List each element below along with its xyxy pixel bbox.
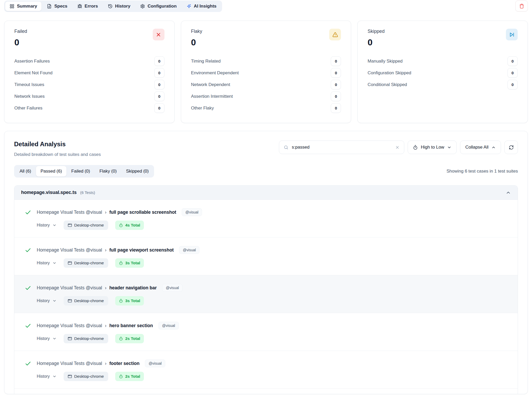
check-icon [25,285,31,291]
tab-label: Summary [17,4,37,9]
filter-passed[interactable]: Passed (6) [36,166,66,176]
duration-badge: 3s Total [115,296,144,306]
history-dropdown[interactable]: History [37,374,57,379]
stat-count-badge: 0 [507,56,518,66]
stat-count-badge: 0 [331,68,341,78]
stat-row: Assertion Intermittent0 [191,90,341,102]
results-summary-text: Showing 6 test cases in 1 test suites [447,169,518,174]
sort-dropdown[interactable]: High to Low [408,141,457,154]
trash-icon [519,4,524,9]
chevron-up-icon[interactable] [506,190,511,195]
test-suite-prefix: Homepage Visual Tests @visual [37,323,102,328]
card-count: 0 [368,37,384,47]
stat-label: Configuration Skipped [368,70,411,76]
bug-icon [77,4,82,9]
suite-test-count: (6 Tests) [80,190,95,195]
tab-ai-insights[interactable]: AI Insights [182,2,221,11]
check-icon [25,322,31,329]
test-case-row[interactable]: Homepage Visual Tests @visual › header n… [14,275,518,313]
history-label: History [37,261,50,265]
stat-label: Assertion Failures [14,59,50,64]
chevron-down-icon [52,299,57,303]
history-label: History [37,374,50,379]
search-icon [284,145,289,150]
flaky-card: Flaky 0 Timing Related0 Environment Depe… [181,21,351,123]
timer-icon [413,145,418,150]
card-count: 0 [191,37,202,47]
stat-row: Timing Related0 [191,55,341,67]
collapse-all-button[interactable]: Collapse All [460,141,501,154]
test-suite-prefix: Homepage Visual Tests @visual [37,210,102,215]
stat-row: Manually Skipped0 [368,55,518,67]
browser-badge: Desktop-chrome [64,334,108,343]
tab-specs[interactable]: Specs [42,2,72,11]
duration-badge: 4s Total [115,221,144,230]
gear-icon [140,4,145,9]
file-icon [47,4,52,9]
filter-all[interactable]: All (6) [15,166,35,176]
stat-label: Other Failures [14,106,42,111]
clear-search-icon[interactable] [395,145,400,150]
history-dropdown[interactable]: History [37,223,57,228]
test-case-row[interactable]: Homepage Visual Tests @visual › full pag… [14,200,518,237]
history-dropdown[interactable]: History [37,261,57,265]
stat-row: Network Dependent0 [191,79,341,90]
duration-badge: 2s Total [115,372,144,381]
sort-label: High to Low [421,145,444,150]
refresh-button[interactable] [504,141,518,154]
test-case-row[interactable]: Homepage Visual Tests @visual › hero ban… [14,313,518,351]
test-name: hero banner section [109,323,153,328]
chevron-down-icon [52,261,57,265]
detailed-analysis-panel: Detailed Analysis Detailed breakdown of … [4,131,528,394]
check-icon [25,247,31,253]
card-title: Failed [14,29,27,34]
grid-icon [10,4,14,9]
breadcrumb-separator: › [105,323,107,328]
tab-summary[interactable]: Summary [5,2,41,11]
stat-label: Timing Related [191,59,221,64]
stat-count-badge: 0 [331,103,341,113]
stat-count-badge: 0 [154,80,164,89]
filter-flaky[interactable]: Flaky (0) [95,166,121,176]
card-title: Flaky [191,29,202,34]
card-title: Skipped [368,29,384,34]
browser-window-icon [68,299,72,303]
test-case-row[interactable]: Homepage Visual Tests @visual › featured… [14,388,518,394]
tag-badge: @visual [158,322,179,329]
stat-row: Network Issues0 [14,90,164,102]
delete-report-button[interactable] [515,1,528,11]
warning-triangle-icon [329,29,341,40]
stat-row: Timeout Issues0 [14,79,164,90]
test-case-row[interactable]: Homepage Visual Tests @visual › full pag… [14,237,518,275]
stat-row: Element Not Found0 [14,67,164,79]
browser-window-icon [68,261,72,265]
timer-icon [119,223,123,227]
x-icon [153,29,164,40]
tab-errors[interactable]: Errors [73,2,102,11]
test-case-row[interactable]: Homepage Visual Tests @visual › footer s… [14,351,518,388]
tab-history[interactable]: History [103,2,135,11]
skipped-card: Skipped 0 Manually Skipped0 Configuratio… [357,21,528,123]
tag-badge: @visual [182,208,202,216]
analysis-controls: High to Low Collapse All [279,141,518,154]
filter-failed[interactable]: Failed (0) [67,166,95,176]
browser-window-icon [68,374,72,378]
chevron-down-icon [52,337,57,341]
history-dropdown[interactable]: History [37,336,57,341]
search-input[interactable] [292,145,392,150]
stat-row: Environment Dependent0 [191,67,341,79]
stat-row: Configuration Skipped0 [368,67,518,79]
stat-count-badge: 0 [331,91,341,101]
sparkles-icon [187,4,191,9]
page-title: Detailed Analysis [14,141,101,148]
stat-label: Environment Dependent [191,70,239,76]
filter-skipped[interactable]: Skipped (0) [122,166,153,176]
stat-count-badge: 0 [507,68,518,78]
report-tabs: Summary Specs Errors History Configurati… [4,1,222,12]
stat-label: Manually Skipped [368,59,402,64]
history-dropdown[interactable]: History [37,298,57,303]
stat-count-badge: 0 [154,91,164,101]
tab-configuration[interactable]: Configuration [136,2,181,11]
suite-header[interactable]: homepage.visual.spec.ts (6 Tests) [14,186,518,200]
stat-label: Conditional Skipped [368,82,407,87]
